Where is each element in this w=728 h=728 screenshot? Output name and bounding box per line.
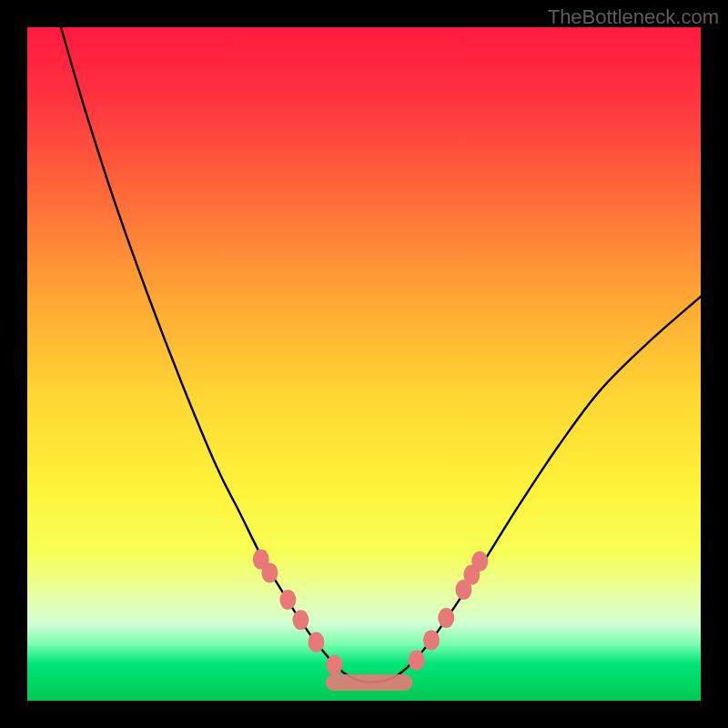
marker-right-5	[471, 551, 488, 571]
flat-minimum-band	[326, 674, 413, 691]
watermark-text: TheBottleneck.com	[548, 5, 719, 29]
marker-right-1	[423, 630, 440, 650]
marker-right-0	[409, 651, 425, 671]
bottleneck-chart	[27, 27, 701, 701]
marker-left-3	[292, 610, 308, 630]
marker-left-2	[279, 590, 296, 610]
marker-right-2	[438, 608, 454, 628]
marker-left-5	[326, 655, 342, 675]
gradient-background	[27, 27, 701, 701]
marker-left-4	[308, 632, 324, 652]
plot-area	[27, 27, 701, 701]
min-band	[326, 674, 413, 691]
marker-left-1	[261, 562, 278, 582]
outer-frame: TheBottleneck.com	[0, 0, 728, 728]
